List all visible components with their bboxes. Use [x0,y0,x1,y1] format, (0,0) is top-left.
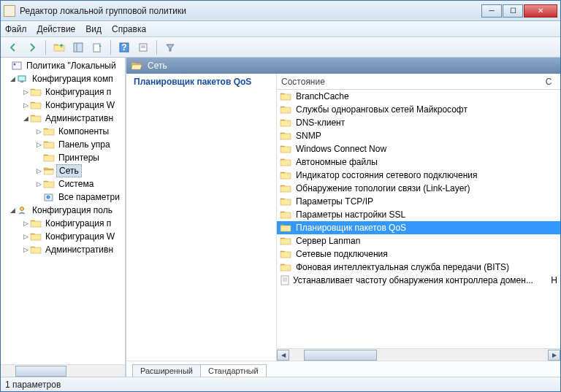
list-item[interactable]: Windows Connect Now [277,142,560,155]
folder-icon [30,232,42,241]
list-item-label: Параметры TCP/IP [296,196,373,207]
list-item-label: Сетевые подключения [296,249,388,259]
folder-icon [280,223,291,232]
svg-rect-7 [94,44,100,52]
list-item-label: BranchCache [296,91,349,101]
back-button[interactable] [5,39,21,55]
svg-rect-15 [18,76,26,81]
tree-windows-config-user[interactable]: ▷Конфигурация W [1,230,125,243]
list-item[interactable]: Индикатор состояния сетевого подключения [277,169,560,182]
svg-rect-16 [20,81,23,82]
help-toolbar-button[interactable]: ? [116,39,132,55]
folder-icon [30,219,42,228]
list-item[interactable]: Сетевые подключения [277,247,560,261]
folder-icon [280,171,291,180]
list-item[interactable]: Службы одноранговых сетей Майкрософт [277,103,560,116]
list-item[interactable]: Параметры TCP/IP [277,195,560,208]
folder-icon [30,245,42,254]
selected-item-title: Планировщик пакетов QoS [134,77,269,87]
tree-control-panel[interactable]: ▷Панель упра [1,138,125,151]
tree-windows-config[interactable]: ▷Конфигурация W [1,99,125,112]
list-item-label: Планировщик пакетов QoS [296,223,406,233]
up-button[interactable] [51,39,67,55]
app-window: Редактор локальной групповой политики ─ … [0,0,561,392]
forward-button[interactable] [24,39,40,55]
toolbar-separator [45,40,46,55]
list-item-label: Обнаружение топологии связи (Link-Layer) [296,183,470,193]
policy-tree[interactable]: ▶Политика "Локальный ◢Конфигурация комп … [1,58,125,364]
show-hide-tree-button[interactable] [70,39,86,55]
list-scrollbar-horizontal[interactable]: ◀ ▶ [277,348,560,361]
column-state[interactable]: Состояние [281,77,325,87]
menu-help[interactable]: Справка [112,24,146,34]
list-item[interactable]: Планировщик пакетов QoS [277,221,560,234]
svg-point-18 [47,196,50,199]
list-item-label: Службы одноранговых сетей Майкрософт [296,104,468,115]
tree-admin-templates-user[interactable]: ▷Административн [1,243,125,256]
scroll-right-button[interactable]: ▶ [548,350,560,361]
folder-open-icon [131,61,142,70]
scrollbar-thumb[interactable] [15,366,66,377]
scrollbar-track[interactable] [289,349,548,361]
list-item[interactable]: Параметры настройки SSL [277,208,560,221]
computer-icon [17,74,28,83]
list-item[interactable]: DNS-клиент [277,116,560,129]
title-bar[interactable]: Редактор локальной групповой политики ─ … [1,1,560,21]
policy-icon [11,61,23,70]
tree-admin-templates[interactable]: ◢Административн [1,112,125,125]
minimize-button[interactable]: ─ [481,4,502,18]
svg-text:?: ? [121,42,126,53]
list-item[interactable]: SNMP [277,129,560,142]
list-item-label: Параметры настройки SSL [296,210,405,220]
tree-all-settings[interactable]: ▷Все параметри [1,191,125,204]
tab-extended[interactable]: Расширенный [132,364,200,377]
items-list[interactable]: BranchCacheСлужбы одноранговых сетей Май… [277,90,560,348]
tab-standard[interactable]: Стандартный [200,364,267,377]
svg-rect-5 [74,43,83,52]
column-c2[interactable]: С [541,77,556,87]
tree-software-config-user[interactable]: ▷Конфигурация п [1,217,125,230]
maximize-button[interactable]: ☐ [503,4,523,18]
folder-open-icon [43,166,55,175]
folder-icon [280,131,291,140]
tree-pane: ▶Политика "Локальный ◢Конфигурация комп … [1,58,126,377]
scrollbar-thumb[interactable] [304,350,377,361]
menu-view[interactable]: Вид [85,24,102,34]
list-item-label: DNS-клиент [296,118,345,128]
list-item[interactable]: Устанавливает частоту обнаружения контро… [277,274,560,287]
document-icon [280,275,290,285]
description-panel: Планировщик пакетов QoS [126,74,277,361]
tree-components[interactable]: ▷Компоненты [1,125,125,138]
list-item[interactable]: Автономные файлы [277,155,560,169]
properties-button[interactable] [135,39,151,55]
menu-file[interactable]: Файл [5,24,27,34]
list-item[interactable]: BranchCache [277,90,560,103]
app-icon [4,5,15,17]
folder-icon [280,92,291,101]
column-header[interactable]: Состояние С [277,74,560,90]
menu-action[interactable]: Действие [37,24,76,34]
content-area: ▶Политика "Локальный ◢Конфигурация комп … [1,58,560,377]
tree-user-config[interactable]: ◢Конфигурация поль [1,204,125,217]
list-item[interactable]: Обнаружение топологии связи (Link-Layer) [277,182,560,195]
tree-system[interactable]: ▷Система [1,177,125,191]
breadcrumb-label: Сеть [148,61,167,71]
scroll-left-button[interactable]: ◀ [277,350,289,361]
export-button[interactable] [89,39,105,55]
folder-icon [30,88,42,96]
tree-computer-config[interactable]: ◢Конфигурация комп [1,72,125,85]
close-button[interactable]: ✕ [524,4,557,18]
svg-rect-13 [12,62,21,69]
folder-icon [280,158,291,166]
tree-network[interactable]: ▷Сеть [1,164,125,177]
tree-scrollbar-horizontal[interactable] [1,364,125,377]
tree-software-config[interactable]: ▷Конфигурация п [1,85,125,99]
folder-icon [43,153,55,162]
filter-button[interactable] [162,39,178,55]
svg-point-14 [14,64,16,66]
list-item[interactable]: Фоновая интеллектуальная служба передачи… [277,261,560,274]
main-pane: Сеть Планировщик пакетов QoS Состояние С… [126,58,560,377]
list-item[interactable]: Сервер Lanman [277,234,560,247]
tree-root[interactable]: ▶Политика "Локальный [1,59,125,72]
tree-printers[interactable]: ▷Принтеры [1,151,125,164]
